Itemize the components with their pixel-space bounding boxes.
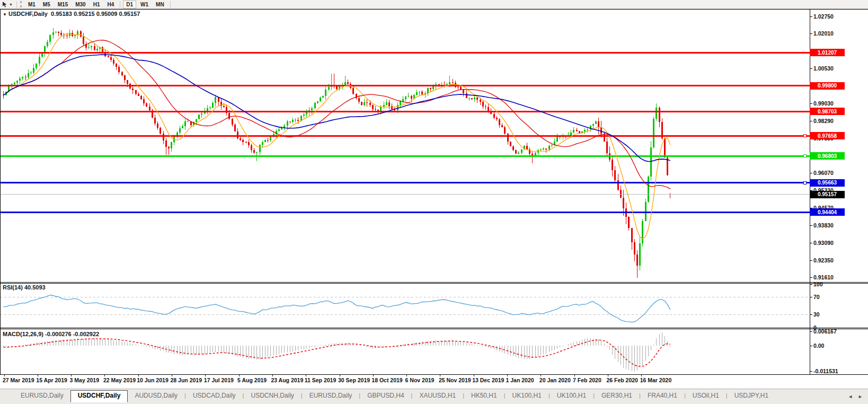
svg-text:0.95663: 0.95663 [818, 180, 837, 186]
chart-tab-eurusd-daily[interactable]: EURUSD,Daily [14, 391, 70, 401]
rsi-line [4, 295, 670, 322]
macd-tick-label: -0.011531 [813, 368, 838, 374]
timeframe-button-d1[interactable]: D1 [123, 1, 136, 8]
timeframe-toolbar: ▼ M1M5M15M30H1H4D1W1MN [0, 0, 868, 9]
svg-text:0.99800: 0.99800 [818, 83, 837, 89]
date-tick-label: 11 Sep 2019 [305, 377, 336, 383]
timeframe-button-m1[interactable]: M1 [25, 1, 39, 8]
price-tick-label: 0.91610 [813, 274, 834, 280]
chart-tab-eurusd-daily[interactable]: EURUSD,Daily [303, 391, 359, 401]
candles-layer [3, 28, 671, 278]
toolbar-separator [170, 1, 171, 8]
date-tick-label: 30 Sep 2019 [338, 377, 370, 383]
tab-scroll-left-icon[interactable]: ◄ [848, 394, 853, 399]
date-tick-label: 26 Feb 2020 [606, 377, 638, 383]
svg-text:0.95157: 0.95157 [818, 191, 837, 197]
rsi-tick-label: 70 [813, 294, 820, 300]
tab-scroll-right-icon[interactable]: ► [858, 394, 863, 399]
rsi-tick-label: 100 [813, 281, 823, 287]
timeframe-button-mn[interactable]: MN [153, 1, 167, 8]
rsi-grid-lines [0, 297, 810, 315]
date-tick-label: 15 Apr 2019 [36, 377, 67, 383]
price-tick-label: 0.92350 [813, 257, 834, 264]
timeframe-button-h1[interactable]: H1 [90, 1, 103, 8]
price-tick-label: 0.93090 [813, 240, 834, 246]
pane-separator[interactable] [0, 283, 868, 329]
macd-tick-label: 0.00 [813, 342, 825, 349]
date-tick-label: 17 Jul 2019 [204, 377, 234, 383]
toolbar-separator [16, 1, 17, 8]
macd-signal-line [4, 339, 670, 366]
pane-borders [0, 9, 868, 375]
price-tick-label: 1.02750 [813, 13, 834, 20]
chart-window[interactable]: 1.027501.020101.005300.990300.982900.975… [0, 9, 868, 389]
price-tick-label: 0.93830 [813, 222, 834, 229]
price-tick-label: 0.98290 [813, 118, 834, 124]
chart-canvas[interactable]: 1.027501.020101.005300.990300.982900.975… [0, 9, 868, 389]
svg-text:0.98703: 0.98703 [818, 109, 837, 115]
date-tick-label: 13 Dec 2019 [472, 377, 504, 383]
macd-histogram [4, 332, 670, 372]
price-tick-label: 0.99030 [813, 100, 834, 107]
date-tick-label: 22 May 2019 [103, 377, 136, 383]
mt4-terminal: { "toolbar": { "cursor_tool_name": "curs… [0, 0, 868, 404]
level-handles[interactable] [803, 135, 806, 184]
chart-tab-uk100-h1[interactable]: UK100,H1 [506, 391, 548, 401]
toolbar-grip[interactable] [20, 1, 22, 7]
price-tick-label: 1.00530 [813, 65, 834, 72]
date-tick-label: 5 Aug 2019 [237, 377, 267, 383]
cursor-dropdown-caret-icon[interactable]: ▼ [9, 3, 13, 6]
price-tick-label: 0.96070 [813, 170, 834, 176]
rsi-tick-label: 30 [813, 311, 820, 318]
tab-scroll-arrows: ◄► [843, 394, 863, 399]
timeframe-button-w1[interactable]: W1 [137, 1, 152, 8]
svg-text:0.96803: 0.96803 [818, 153, 837, 159]
date-tick-label: 20 Jan 2020 [539, 377, 571, 383]
chart-tab-uk100-h1[interactable]: UK100,H1 [550, 391, 593, 401]
chart-tab-usdjpy-h1[interactable]: USDJPY,H1 [728, 391, 775, 401]
chart-tab-usdcad-daily[interactable]: USDCAD,Daily [186, 391, 243, 401]
date-tick-label: 25 Nov 2019 [439, 377, 471, 383]
date-tick-label: 7 Feb 2020 [573, 377, 601, 383]
horizontal-level-lines[interactable] [0, 52, 810, 212]
date-tick-label: 18 Oct 2019 [371, 377, 403, 383]
chart-tab-usdcnh-daily[interactable]: USDCNH,Daily [244, 391, 300, 401]
toolbar-separator [120, 1, 120, 8]
chart-tab-bar: ◄► EURUSD,DailyUSDCHF,DailyAUDUSD,Daily|… [0, 389, 868, 404]
chart-tab-gbpusd-h4[interactable]: GBPUSD,H4 [360, 391, 411, 401]
timeframe-button-m30[interactable]: M30 [72, 1, 88, 8]
chart-tab-xauusd-h1[interactable]: XAUUSD,H1 [412, 391, 463, 401]
date-axis[interactable] [4, 375, 642, 377]
chart-tab-usoil-h1[interactable]: USOil,H1 [686, 391, 726, 401]
chart-tab-usdchf-daily[interactable]: USDCHF,Daily [70, 390, 128, 402]
chart-tab-fra40-h1[interactable]: FRA40,H1 [641, 391, 684, 401]
timeframe-buttons: M1M5M15M30H1H4D1W1MN [24, 1, 173, 8]
cursor-tool-icon[interactable] [2, 1, 8, 8]
chart-tab-audusd-daily[interactable]: AUDUSD,Daily [128, 391, 184, 401]
date-tick-label: 10 Jun 2019 [137, 377, 169, 383]
chart-tab-hk50-h1[interactable]: HK50,H1 [464, 391, 504, 401]
date-tick-label: 1 Jan 2020 [506, 377, 534, 383]
svg-text:0.97658: 0.97658 [818, 133, 837, 139]
date-tick-label: 3 May 2019 [70, 377, 100, 383]
timeframe-button-m15[interactable]: M15 [55, 1, 71, 8]
date-tick-label: 16 Mar 2020 [640, 377, 672, 383]
timeframe-button-h4[interactable]: H4 [104, 1, 117, 8]
date-tick-label: 23 Aug 2019 [271, 377, 303, 383]
chart-tab-ger30-h1[interactable]: GER30,H1 [595, 391, 639, 401]
date-tick-label: 6 Nov 2019 [405, 377, 435, 383]
svg-text:1.01207: 1.01207 [818, 50, 837, 56]
timeframe-button-m5[interactable]: M5 [40, 1, 54, 8]
price-tick-label: 1.02010 [813, 30, 834, 37]
svg-text:0.94404: 0.94404 [818, 209, 837, 215]
ma-mid-line [4, 40, 670, 189]
date-tick-label: 28 Jun 2019 [171, 377, 202, 383]
date-tick-label: 27 Mar 2019 [3, 377, 34, 383]
macd-tick-label: 0.006167 [813, 328, 837, 335]
